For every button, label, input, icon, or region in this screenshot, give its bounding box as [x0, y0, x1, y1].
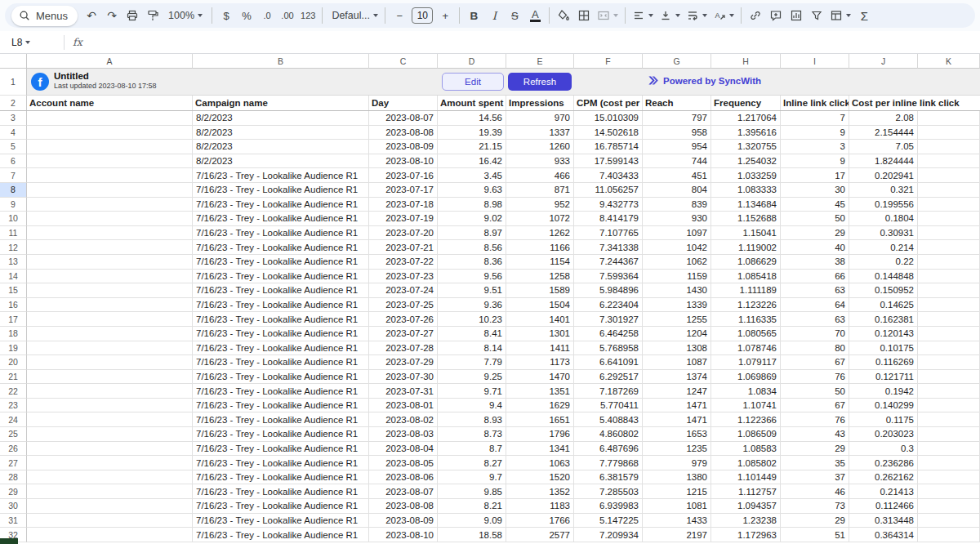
cell-inline-link-clicks[interactable]: 66	[781, 270, 849, 284]
cell-cpm[interactable]: 6.223404	[574, 298, 643, 313]
column-title-cell[interactable]: CPM (cost per 1	[574, 96, 643, 110]
cell-amount-spent[interactable]: 8.98	[438, 198, 506, 212]
cell-amount-spent[interactable]: 9.09	[438, 514, 506, 528]
cell-campaign-name[interactable]: 8/2/2023	[193, 111, 369, 126]
cell-campaign-name[interactable]: 7/16/23 - Trey - Lookalike Audience R1	[193, 442, 369, 457]
cell-reach[interactable]: 1204	[643, 327, 711, 341]
cell-cost-per-inline-link-click[interactable]: 0.1175	[849, 412, 918, 427]
cell-campaign-name[interactable]: 7/16/23 - Trey - Lookalike Audience R1	[193, 298, 369, 313]
cell-impressions[interactable]: 1352	[506, 484, 574, 499]
font-family-select[interactable]: Defaul...	[327, 6, 381, 25]
cell-k[interactable]	[918, 298, 980, 313]
cell-frequency[interactable]: 1.10741	[711, 399, 781, 413]
cell-impressions[interactable]: 970	[506, 111, 574, 126]
cell-frequency[interactable]: 1.094357	[711, 499, 781, 514]
cell-reach[interactable]: 930	[643, 212, 711, 226]
refresh-button[interactable]: Refresh	[508, 73, 572, 91]
create-filter-button[interactable]	[807, 6, 826, 25]
cell-k[interactable]	[918, 427, 980, 442]
cell-cpm[interactable]: 6.464258	[574, 327, 643, 341]
cell-reach[interactable]: 744	[643, 154, 711, 169]
cell-day[interactable]: 2023-07-16	[369, 168, 438, 183]
cell-day[interactable]: 2023-07-18	[369, 198, 438, 212]
row-number[interactable]: 16	[0, 298, 27, 313]
cell-reach[interactable]: 954	[643, 140, 711, 154]
cell-campaign-name[interactable]: 7/16/23 - Trey - Lookalike Audience R1	[193, 327, 369, 341]
cell-campaign-name[interactable]: 7/16/23 - Trey - Lookalike Audience R1	[193, 312, 369, 327]
cell-campaign-name[interactable]: 7/16/23 - Trey - Lookalike Audience R1	[193, 283, 369, 298]
cell-day[interactable]: 2023-07-31	[369, 384, 438, 399]
cell-cost-per-inline-link-click[interactable]: 0.120143	[849, 327, 918, 341]
row-number[interactable]: 19	[0, 341, 27, 356]
formula-input[interactable]	[92, 31, 980, 53]
cell-account-name[interactable]	[27, 183, 193, 198]
cell-campaign-name[interactable]: 7/16/23 - Trey - Lookalike Audience R1	[193, 183, 369, 198]
cell-inline-link-clicks[interactable]: 29	[781, 442, 849, 457]
cell-day[interactable]: 2023-07-26	[369, 312, 438, 327]
column-header-c[interactable]: C	[369, 54, 438, 69]
cell-reach[interactable]: 1097	[643, 226, 711, 241]
cell-cost-per-inline-link-click[interactable]: 0.140299	[849, 399, 918, 413]
cell-day[interactable]: 2023-08-09	[369, 514, 438, 528]
row-number[interactable]: 12	[0, 240, 27, 255]
cell-amount-spent[interactable]: 8.36	[438, 255, 506, 270]
row-number[interactable]: 29	[0, 484, 27, 499]
row-number[interactable]: 30	[0, 499, 27, 514]
cell-inline-link-clicks[interactable]: 43	[781, 427, 849, 442]
cell-cost-per-inline-link-click[interactable]: 0.1804	[849, 212, 918, 226]
cell-inline-link-clicks[interactable]: 45	[781, 198, 849, 212]
cell-cpm[interactable]: 5.770411	[574, 399, 643, 413]
text-wrap-button[interactable]	[684, 6, 710, 25]
cell-reach[interactable]: 1471	[643, 399, 711, 413]
cell-cost-per-inline-link-click[interactable]: 0.364314	[849, 528, 918, 542]
cell-inline-link-clicks[interactable]: 29	[781, 226, 849, 241]
row-number[interactable]: 9	[0, 198, 27, 212]
cell-k[interactable]	[918, 442, 980, 457]
column-header-h[interactable]: H	[711, 54, 781, 69]
cell-account-name[interactable]	[27, 370, 193, 385]
cell-cpm[interactable]: 6.292517	[574, 370, 643, 385]
zoom-control[interactable]: 100%	[163, 6, 207, 25]
cell-impressions[interactable]: 1262	[506, 226, 574, 241]
cell-inline-link-clicks[interactable]: 9	[781, 154, 849, 169]
column-title-cell[interactable]: Account name	[27, 96, 193, 110]
cell-campaign-name[interactable]: 7/16/23 - Trey - Lookalike Audience R1	[193, 528, 369, 542]
cell-inline-link-clicks[interactable]: 37	[781, 470, 849, 485]
cell-impressions[interactable]: 1470	[506, 370, 574, 385]
cell-k[interactable]	[918, 154, 980, 169]
cell-inline-link-clicks[interactable]: 63	[781, 312, 849, 327]
cell-frequency[interactable]: 1.134684	[711, 198, 781, 212]
cell-amount-spent[interactable]: 9.4	[438, 399, 506, 413]
cell-cost-per-inline-link-click[interactable]: 0.30931	[849, 226, 918, 241]
cell-reach[interactable]: 797	[643, 111, 711, 126]
cell-k[interactable]	[918, 470, 980, 485]
cell-amount-spent[interactable]: 9.36	[438, 298, 506, 313]
cell-day[interactable]: 2023-08-06	[369, 470, 438, 485]
cell-amount-spent[interactable]: 8.21	[438, 499, 506, 514]
column-header-a[interactable]: A	[27, 54, 193, 69]
cell-day[interactable]: 2023-08-07	[369, 484, 438, 499]
cell-day[interactable]: 2023-07-22	[369, 255, 438, 270]
cell-amount-spent[interactable]: 16.42	[438, 154, 506, 169]
cell-cost-per-inline-link-click[interactable]: 0.1942	[849, 384, 918, 399]
cell-account-name[interactable]	[27, 226, 193, 241]
cell-cost-per-inline-link-click[interactable]: 1.824444	[849, 154, 918, 169]
cell-impressions[interactable]: 1651	[506, 412, 574, 427]
strikethrough-button[interactable]: S	[505, 6, 524, 25]
cell-k[interactable]	[918, 484, 980, 499]
cell-account-name[interactable]	[27, 154, 193, 169]
cell-account-name[interactable]	[27, 240, 193, 255]
cell-amount-spent[interactable]: 8.97	[438, 226, 506, 241]
cell-reach[interactable]: 839	[643, 198, 711, 212]
row-number[interactable]: 11	[0, 226, 27, 241]
cell-reach[interactable]: 1159	[643, 270, 711, 284]
cell-day[interactable]: 2023-07-21	[369, 240, 438, 255]
cell-campaign-name[interactable]: 7/16/23 - Trey - Lookalike Audience R1	[193, 427, 369, 442]
cell-day[interactable]: 2023-08-04	[369, 442, 438, 457]
cell-cost-per-inline-link-click[interactable]: 0.262162	[849, 470, 918, 485]
cell-day[interactable]: 2023-08-02	[369, 412, 438, 427]
cell-k[interactable]	[918, 255, 980, 270]
cell-k[interactable]	[918, 226, 980, 241]
cell-cpm[interactable]: 15.010309	[574, 111, 643, 126]
column-header-k[interactable]: K	[918, 54, 980, 69]
